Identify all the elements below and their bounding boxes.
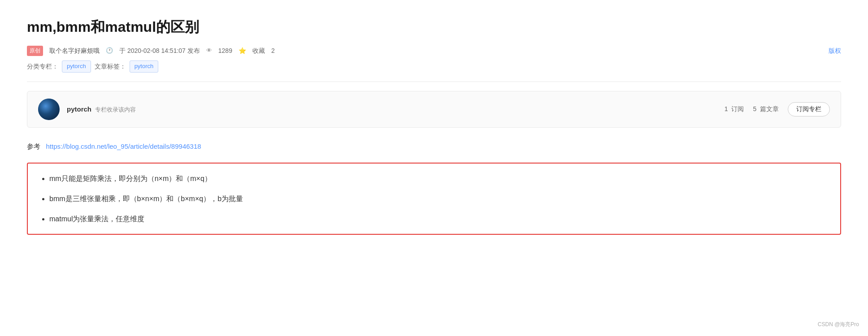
eye-icon: 👁 bbox=[206, 46, 212, 56]
copyright-link[interactable]: 版权 bbox=[829, 46, 841, 56]
reference-link[interactable]: https://blog.csdn.net/leo_95/article/det… bbox=[46, 142, 201, 150]
subscribers-count: 1 bbox=[725, 105, 728, 112]
collect-label: 收藏 bbox=[252, 46, 265, 56]
column-desc: 专栏收录该内容 bbox=[95, 106, 136, 113]
reference-prefix: 参考 bbox=[27, 142, 40, 150]
view-count: 1289 bbox=[218, 46, 232, 56]
list-item-1: mm只能是矩阵乘法，即分别为（n×m）和（m×q） bbox=[49, 172, 828, 185]
articles-stat: 5 篇文章 bbox=[753, 104, 779, 114]
column-avatar bbox=[38, 99, 60, 120]
subscribe-button[interactable]: 订阅专栏 bbox=[788, 102, 830, 116]
article-tag-label: 文章标签： bbox=[95, 61, 126, 71]
subscribers-stat: 1 订阅 bbox=[725, 104, 744, 114]
page-wrapper: mm,bmm和matmul的区别 原创 取个名字好麻烦哦 🕐 于 2020-02… bbox=[0, 0, 868, 336]
articles-count: 5 bbox=[753, 105, 756, 112]
avatar-image bbox=[38, 99, 60, 120]
author-name: 取个名字好麻烦哦 bbox=[49, 46, 100, 56]
column-banner: pytorch专栏收录该内容 1 订阅 5 篇文章 订阅专栏 bbox=[27, 91, 841, 128]
publish-date: 于 2020-02-08 14:51:07 发布 bbox=[119, 46, 200, 56]
column-info: pytorch专栏收录该内容 bbox=[67, 103, 717, 115]
column-stats: 1 订阅 5 篇文章 订阅专栏 bbox=[725, 102, 830, 116]
divider-1 bbox=[27, 82, 841, 82]
meta-row: 原创 取个名字好麻烦哦 🕐 于 2020-02-08 14:51:07 发布 👁… bbox=[27, 46, 841, 56]
star-icon: ⭐ bbox=[239, 46, 246, 56]
category-label: 分类专栏： bbox=[27, 61, 58, 71]
list-item-2: bmm是三维张量相乘，即（b×n×m）和（b×m×q），b为批量 bbox=[49, 193, 828, 205]
content-box: mm只能是矩阵乘法，即分别为（n×m）和（m×q） bmm是三维张量相乘，即（b… bbox=[27, 163, 841, 235]
subscribers-label: 订阅 bbox=[731, 105, 744, 112]
tags-row: 分类专栏： pytorch 文章标签： pytorch bbox=[27, 60, 841, 73]
content-list: mm只能是矩阵乘法，即分别为（n×m）和（m×q） bmm是三维张量相乘，即（b… bbox=[40, 172, 828, 225]
reference-section: 参考 https://blog.csdn.net/leo_95/article/… bbox=[27, 141, 841, 152]
article-tag[interactable]: pytorch bbox=[130, 60, 159, 73]
footer-brand: CSDN @海亮Pro bbox=[818, 320, 859, 329]
category-tag[interactable]: pytorch bbox=[62, 60, 91, 73]
clock-icon: 🕐 bbox=[106, 46, 113, 56]
articles-label: 篇文章 bbox=[760, 105, 779, 112]
collect-count: 2 bbox=[271, 46, 275, 56]
article-title: mm,bmm和matmul的区别 bbox=[27, 18, 841, 37]
list-item-3: matmul为张量乘法，任意维度 bbox=[49, 213, 828, 225]
column-name: pytorch bbox=[67, 105, 91, 113]
original-badge: 原创 bbox=[27, 46, 43, 56]
